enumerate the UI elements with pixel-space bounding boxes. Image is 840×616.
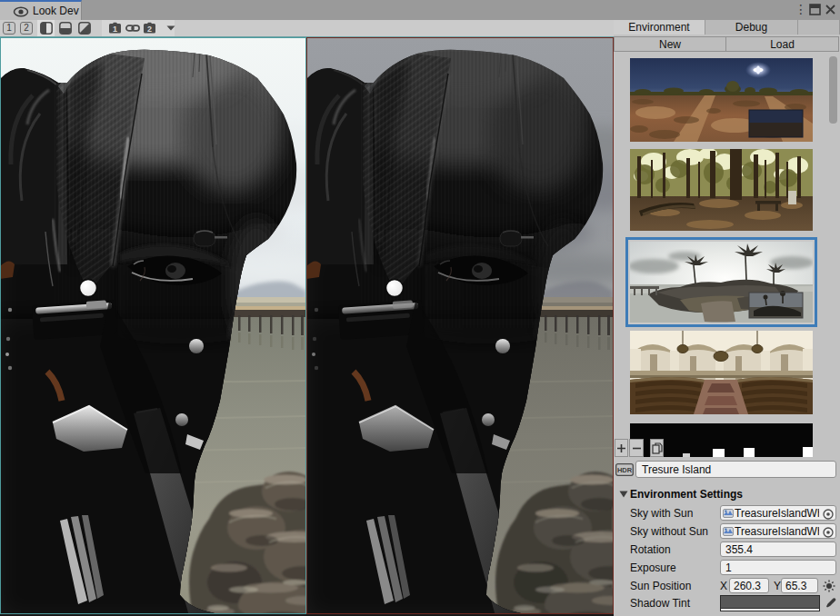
svg-text:HDR: HDR: [617, 466, 633, 474]
svg-text:1: 1: [113, 25, 117, 34]
svg-text:2: 2: [147, 25, 152, 34]
